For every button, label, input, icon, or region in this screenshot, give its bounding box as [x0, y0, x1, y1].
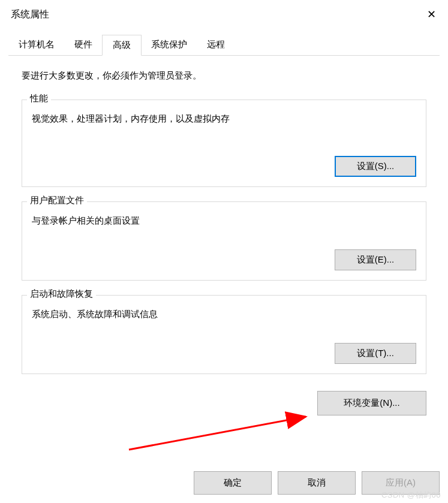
group-performance: 性能 视觉效果，处理器计划，内存使用，以及虚拟内存 设置(S)... [22, 100, 426, 187]
group-user-profile-legend: 用户配置文件 [27, 195, 87, 206]
group-performance-description: 视觉效果，处理器计划，内存使用，以及虚拟内存 [32, 113, 416, 125]
startup-recovery-settings-button[interactable]: 设置(T)... [335, 343, 416, 364]
tab-hardware[interactable]: 硬件 [64, 35, 103, 55]
tab-computer-name[interactable]: 计算机名 [8, 35, 65, 55]
apply-button[interactable]: 应用(A) [362, 471, 440, 495]
tab-system-protection[interactable]: 系统保护 [141, 35, 197, 55]
tab-strip: 计算机名 硬件 高级 系统保护 远程 [0, 29, 448, 55]
admin-note: 要进行大多数更改，你必须作为管理员登录。 [22, 70, 426, 82]
tab-remote[interactable]: 远程 [197, 35, 235, 55]
group-user-profile: 用户配置文件 与登录帐户相关的桌面设置 设置(E)... [22, 201, 426, 281]
group-user-profile-description: 与登录帐户相关的桌面设置 [32, 215, 416, 227]
window-title: 系统属性 [11, 8, 49, 21]
tab-advanced[interactable]: 高级 [102, 35, 142, 56]
performance-settings-button[interactable]: 设置(S)... [335, 156, 416, 177]
footer-buttons: 确定 取消 应用(A) [194, 471, 440, 495]
cancel-button[interactable]: 取消 [278, 471, 356, 495]
ok-button[interactable]: 确定 [194, 471, 272, 495]
close-button[interactable]: ✕ [414, 0, 448, 29]
close-icon: ✕ [427, 8, 436, 21]
group-performance-legend: 性能 [27, 93, 51, 104]
tab-content-advanced: 要进行大多数更改，你必须作为管理员登录。 性能 视觉效果，处理器计划，内存使用，… [8, 55, 440, 432]
env-button-row: 环境变量(N)... [22, 391, 426, 415]
user-profile-settings-button[interactable]: 设置(E)... [335, 249, 416, 270]
group-startup-recovery-description: 系统启动、系统故障和调试信息 [32, 309, 416, 320]
group-startup-recovery: 启动和故障恢复 系统启动、系统故障和调试信息 设置(T)... [22, 295, 426, 374]
group-startup-recovery-legend: 启动和故障恢复 [27, 288, 96, 300]
title-bar: 系统属性 ✕ [0, 0, 448, 29]
environment-variables-button[interactable]: 环境变量(N)... [317, 391, 426, 415]
